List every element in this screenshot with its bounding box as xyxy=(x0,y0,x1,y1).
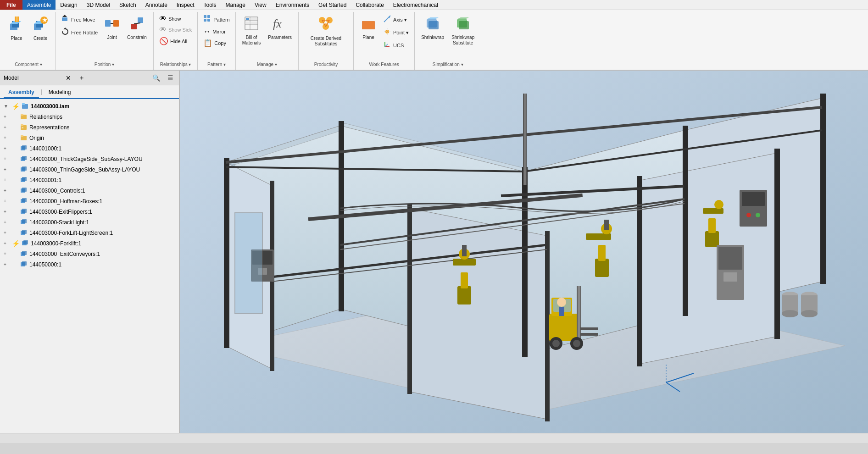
assembly-icon-root xyxy=(22,102,29,111)
view-menu[interactable]: View xyxy=(250,0,271,10)
svg-line-18 xyxy=(134,23,140,24)
component-icon xyxy=(20,207,28,216)
file-menu[interactable]: File xyxy=(0,0,22,10)
svg-rect-99 xyxy=(224,158,229,348)
plane-icon xyxy=(361,16,376,33)
place-button[interactable]: Place xyxy=(6,14,28,43)
sketch-menu[interactable]: Sketch xyxy=(115,0,141,10)
ribbon-group-relationships: 👁 Show 👁 Show Sick 🚫 Hide All Relationsh… xyxy=(154,12,198,70)
tree-item-stacklight[interactable]: + 144003000-StackLight:1 xyxy=(0,217,179,227)
free-move-label: Free Move xyxy=(71,17,95,22)
create-button[interactable]: ★ Create xyxy=(29,14,51,43)
tree-item-144001000[interactable]: + 144001000:1 xyxy=(0,143,179,154)
exitflippers-label: 144003000-ExitFlippers:1 xyxy=(29,209,92,215)
svg-rect-20 xyxy=(207,15,210,18)
ribbon-group-productivity: Create DerivedSubstitutes Productivity xyxy=(299,12,354,70)
representations-label: Representations xyxy=(29,124,69,131)
tree-item-hoffman[interactable]: + 144003000_Hoffman-Boxes:1 xyxy=(0,196,179,206)
svg-rect-13 xyxy=(105,20,111,27)
design-menu[interactable]: Design xyxy=(56,0,82,10)
svg-rect-117 xyxy=(453,259,476,266)
ucs-button[interactable]: UCS xyxy=(381,39,411,51)
sidebar-close-button[interactable]: ✕ xyxy=(64,73,73,83)
mirror-label: Mirror xyxy=(212,29,226,34)
tree-item-forklift[interactable]: + ⚡ 144003000-Forklift:1 xyxy=(0,238,179,249)
copy-button[interactable]: 📋 Copy xyxy=(201,38,231,48)
tree-item-exitflippers[interactable]: + 144003000-ExitFlippers:1 xyxy=(0,206,179,217)
svg-marker-50 xyxy=(427,17,439,19)
plane-button[interactable]: Plane xyxy=(357,14,379,42)
pattern-icon xyxy=(203,15,211,25)
stacklight-label: 144003000-StackLight:1 xyxy=(29,219,89,226)
manage-menu[interactable]: Manage xyxy=(221,0,250,10)
sidebar-menu-button[interactable]: ☰ xyxy=(166,73,175,83)
svg-rect-17 xyxy=(138,17,143,23)
tree-item-controls[interactable]: + 144003000_Controls:1 xyxy=(0,185,179,196)
svg-rect-162 xyxy=(524,94,526,185)
tree-item-144050000[interactable]: + 144050000:1 xyxy=(0,259,179,270)
tree-item-144003001[interactable]: + 144003001:1 xyxy=(0,175,179,185)
svg-rect-16 xyxy=(131,24,137,29)
svg-rect-28 xyxy=(251,18,257,20)
point-button[interactable]: Point ▾ xyxy=(381,27,411,39)
svg-rect-124 xyxy=(604,220,609,230)
joint-button[interactable]: Joint xyxy=(101,14,122,42)
3dmodel-menu[interactable]: 3D Model xyxy=(82,0,115,10)
relationships-items: 👁 Show 👁 Show Sick 🚫 Hide All xyxy=(157,14,194,61)
assemble-menu[interactable]: Assemble xyxy=(22,0,56,10)
tree-item-relationships[interactable]: + Relationships xyxy=(0,111,179,122)
sidebar-search-button[interactable]: 🔍 xyxy=(150,73,162,83)
svg-rect-70 xyxy=(22,177,27,181)
assembly-tab[interactable]: Assembly xyxy=(4,87,39,98)
hide-all-button[interactable]: 🚫 Hide All xyxy=(157,36,194,46)
position-items: Free Move Free Rotate xyxy=(59,14,150,61)
free-move-button[interactable]: Free Move xyxy=(59,14,100,26)
mirror-button[interactable]: ↔ Mirror xyxy=(201,27,231,37)
viewport[interactable] xyxy=(180,71,868,433)
tree-item-thickgage[interactable]: + 144003000_ThickGageSide_SubAssy-LAYOU xyxy=(0,154,179,164)
position-group-label: Position ▾ xyxy=(95,61,114,68)
svg-point-165 xyxy=(746,213,751,217)
tree-item-exitconveyors[interactable]: + 144003000_ExitConveyors:1 xyxy=(0,249,179,259)
axis-button[interactable]: Axis ▾ xyxy=(381,14,411,26)
get-started-menu[interactable]: Get Started xyxy=(314,0,351,10)
svg-rect-122 xyxy=(586,233,611,240)
inspect-menu[interactable]: Inspect xyxy=(172,0,199,10)
collaborate-menu[interactable]: Collaborate xyxy=(351,0,388,10)
annotate-menu[interactable]: Annotate xyxy=(141,0,172,10)
tree-item-thingage[interactable]: + 144003000_ThinGageSide_SubAssy-LAYOU xyxy=(0,164,179,175)
ucs-label: UCS xyxy=(393,43,404,48)
constrain-button[interactable]: Constrain xyxy=(124,14,150,42)
show-button[interactable]: 👁 Show xyxy=(157,14,194,24)
shrinkwrap-button[interactable]: Shrinkwrap xyxy=(418,14,447,42)
modeling-tab[interactable]: Modeling xyxy=(44,87,76,98)
bill-of-materials-button[interactable]: Bill ofMaterials xyxy=(239,14,264,48)
shrinkwrap-substitute-button[interactable]: ShrinkwrapSubstitute xyxy=(449,14,477,48)
axis-label: Axis ▾ xyxy=(393,17,407,23)
show-sick-button[interactable]: 👁 Show Sick xyxy=(157,25,194,35)
3d-scene xyxy=(180,71,868,433)
environments-menu[interactable]: Environments xyxy=(271,0,314,10)
hoffman-label: 144003000_Hoffman-Boxes:1 xyxy=(29,198,102,205)
sidebar-title: Model xyxy=(4,75,60,81)
joint-label: Joint xyxy=(107,35,117,40)
free-rotate-button[interactable]: Free Rotate xyxy=(59,27,100,39)
create-derived-substitutes-button[interactable]: Create DerivedSubstitutes xyxy=(308,14,344,49)
svg-marker-12 xyxy=(63,28,67,29)
parameters-button[interactable]: fx Parameters xyxy=(265,14,295,42)
tree-item-root[interactable]: ▼ ⚡ 144003000.iam xyxy=(0,101,179,111)
tree-item-origin[interactable]: + Origin xyxy=(0,133,179,143)
show-sick-label: Show Sick xyxy=(168,27,192,33)
ribbon-group-pattern: Pattern ↔ Mirror 📋 Copy Pattern ▾ xyxy=(198,12,235,70)
tools-menu[interactable]: Tools xyxy=(199,0,221,10)
tree-item-lightscreen[interactable]: + 144003000-ForkLift-LightScreen:1 xyxy=(0,227,179,238)
svg-rect-104 xyxy=(545,231,550,421)
point-label: Point ▾ xyxy=(393,30,409,36)
parameters-icon: fx xyxy=(272,16,288,33)
pattern-button[interactable]: Pattern xyxy=(201,14,231,26)
svg-rect-29 xyxy=(246,22,249,24)
electromechanical-menu[interactable]: Electromechanical xyxy=(389,0,443,10)
tree-item-representations[interactable]: + ≡ Representations xyxy=(0,122,179,133)
sidebar-add-button[interactable]: ＋ xyxy=(77,73,87,83)
simplification-items: Shrinkwrap ShrinkwrapSubstitute xyxy=(418,14,477,61)
